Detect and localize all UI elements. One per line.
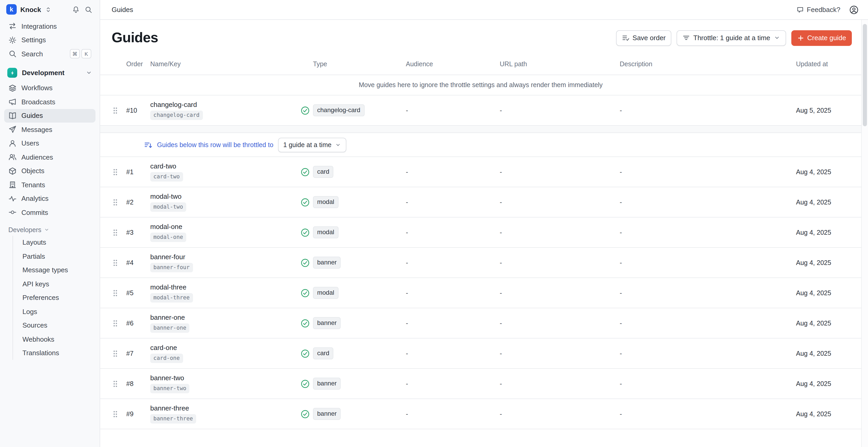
- workspace-chevron-updown-icon[interactable]: [43, 5, 53, 14]
- table-row[interactable]: #8 banner-two banner-two banner - - - Au…: [100, 369, 861, 399]
- updated-at-value: Aug 4, 2025: [796, 350, 861, 357]
- table-row[interactable]: #5 modal-three modal-three modal - - - A…: [100, 278, 861, 308]
- drag-handle-icon[interactable]: [107, 319, 123, 327]
- guide-key-badge: banner-two: [150, 384, 189, 393]
- sidebar-item-tenants[interactable]: Tenants: [4, 178, 95, 192]
- sidebar-sub-item[interactable]: Sources: [13, 318, 95, 332]
- notifications-bell-icon[interactable]: [71, 4, 81, 14]
- sidebar-item-integrations[interactable]: Integrations: [4, 19, 95, 33]
- name-key-cell[interactable]: changelog-card changelog-card: [150, 101, 301, 120]
- name-key-cell[interactable]: banner-one banner-one: [150, 314, 301, 332]
- sidebar-sub-item[interactable]: Translations: [13, 346, 95, 360]
- throttle-divider-row: Guides below this row will be throttled …: [100, 133, 861, 157]
- drag-handle-icon[interactable]: [107, 106, 123, 115]
- throttle-divider-link[interactable]: Guides below this row will be throttled …: [157, 141, 273, 149]
- column-header-type[interactable]: Type: [313, 61, 406, 68]
- drag-handle-icon[interactable]: [107, 410, 123, 418]
- table-row[interactable]: #1 card-two card-two card - - - Aug 4, 2…: [100, 157, 861, 187]
- workspace-switcher[interactable]: k Knock: [4, 4, 95, 19]
- sidebar-sub-item[interactable]: Partials: [13, 249, 95, 263]
- updated-at-value: Aug 4, 2025: [796, 410, 861, 418]
- status-check-icon: [301, 349, 313, 358]
- sidebar-item-commits[interactable]: Commits: [4, 205, 95, 219]
- sidebar-item-guides[interactable]: Guides: [4, 109, 95, 123]
- plus-icon: [797, 34, 804, 41]
- save-order-button[interactable]: Save order: [616, 30, 671, 45]
- table-row[interactable]: #2 modal-two modal-two modal - - - Aug 4…: [100, 187, 861, 218]
- throttle-rate-select[interactable]: 1 guide at a time: [278, 137, 347, 152]
- sidebar-sub-item[interactable]: Preferences: [13, 291, 95, 305]
- type-badge: card: [313, 166, 334, 178]
- name-key-cell[interactable]: card-two card-two: [150, 162, 301, 181]
- drag-handle-icon[interactable]: [107, 198, 123, 206]
- table-row[interactable]: #10 changelog-card changelog-card change…: [100, 95, 861, 126]
- sidebar-item-broadcasts[interactable]: Broadcasts: [4, 95, 95, 109]
- sidebar-item-analytics[interactable]: Analytics: [4, 192, 95, 205]
- name-key-cell[interactable]: modal-two modal-two: [150, 193, 301, 212]
- column-header-name-key[interactable]: Name/Key: [150, 61, 301, 68]
- sidebar-item-settings[interactable]: Settings: [4, 33, 95, 47]
- guide-key-badge: banner-four: [150, 263, 193, 272]
- name-key-cell[interactable]: banner-two banner-two: [150, 374, 301, 393]
- speech-bubble-icon: [796, 6, 804, 13]
- guide-name: banner-two: [150, 374, 184, 382]
- column-header-url-path[interactable]: URL path: [500, 61, 620, 68]
- throttle-dropdown-button[interactable]: Throttle: 1 guide at a time: [677, 30, 786, 45]
- url-path-value: -: [500, 380, 620, 387]
- search-icon[interactable]: [84, 4, 93, 14]
- sidebar-sub-item[interactable]: Logs: [13, 305, 95, 318]
- column-header-updated-at[interactable]: Updated at: [796, 61, 861, 68]
- scrollbar-thumb[interactable]: [863, 24, 867, 126]
- description-value: -: [620, 228, 796, 236]
- environment-switcher[interactable]: Development: [4, 64, 95, 81]
- column-header-audience[interactable]: Audience: [406, 61, 500, 68]
- name-key-cell[interactable]: banner-four banner-four: [150, 253, 301, 272]
- table-row[interactable]: #9 banner-three banner-three banner - - …: [100, 399, 861, 429]
- type-badge: card: [313, 347, 334, 359]
- user-avatar[interactable]: [849, 5, 859, 14]
- sidebar-item-search[interactable]: Search ⌘ K: [4, 47, 95, 61]
- sidebar-item-audiences[interactable]: Audiences: [4, 150, 95, 164]
- audience-value: -: [406, 410, 500, 418]
- drag-handle-icon[interactable]: [107, 228, 123, 236]
- drag-handle-icon[interactable]: [107, 289, 123, 297]
- sidebar-item-users[interactable]: Users: [4, 136, 95, 150]
- sidebar-item-label: Tenants: [21, 181, 45, 189]
- drag-handle-icon[interactable]: [107, 349, 123, 357]
- chevron-down-icon: [86, 69, 92, 76]
- sidebar-sub-item[interactable]: Message types: [13, 263, 95, 277]
- sidebar-item-messages[interactable]: Messages: [4, 123, 95, 136]
- vertical-scrollbar[interactable]: [861, 20, 868, 447]
- sidebar-sub-item[interactable]: Layouts: [13, 235, 95, 249]
- feedback-button[interactable]: Feedback?: [796, 6, 840, 13]
- git-commit-icon: [8, 209, 17, 217]
- name-key-cell[interactable]: modal-three modal-three: [150, 284, 301, 302]
- sidebar-sub-item[interactable]: API keys: [13, 277, 95, 291]
- drag-handle-icon[interactable]: [107, 258, 123, 267]
- sidebar-item-workflows[interactable]: Workflows: [4, 81, 95, 95]
- table-row[interactable]: #4 banner-four banner-four banner - - - …: [100, 248, 861, 278]
- description-value: -: [620, 289, 796, 297]
- sidebar-item-objects[interactable]: Objects: [4, 164, 95, 178]
- name-key-cell[interactable]: card-one card-one: [150, 344, 301, 363]
- checklist-icon: [622, 34, 629, 42]
- name-key-cell[interactable]: banner-three banner-three: [150, 405, 301, 423]
- table-row[interactable]: #3 modal-one modal-one modal - - - Aug 4…: [100, 218, 861, 248]
- table-row[interactable]: #6 banner-one banner-one banner - - - Au…: [100, 308, 861, 339]
- sidebar-sub-item[interactable]: Webhooks: [13, 332, 95, 346]
- status-check-icon: [301, 318, 313, 328]
- type-badge: modal: [313, 196, 338, 208]
- name-key-cell[interactable]: modal-one modal-one: [150, 223, 301, 242]
- type-badge: banner: [313, 408, 341, 420]
- description-value: -: [620, 198, 796, 206]
- column-header-description[interactable]: Description: [620, 61, 796, 68]
- row-order: #9: [123, 410, 150, 418]
- drag-handle-icon[interactable]: [107, 379, 123, 388]
- row-order: #5: [123, 289, 150, 296]
- create-guide-button[interactable]: Create guide: [791, 30, 852, 45]
- knock-logo: k: [6, 4, 17, 14]
- table-row[interactable]: #7 card-one card-one card - - - Aug 4, 2…: [100, 339, 861, 369]
- drag-handle-icon[interactable]: [107, 168, 123, 176]
- column-header-order[interactable]: Order: [123, 61, 150, 68]
- developers-section-toggle[interactable]: Developers: [4, 226, 95, 233]
